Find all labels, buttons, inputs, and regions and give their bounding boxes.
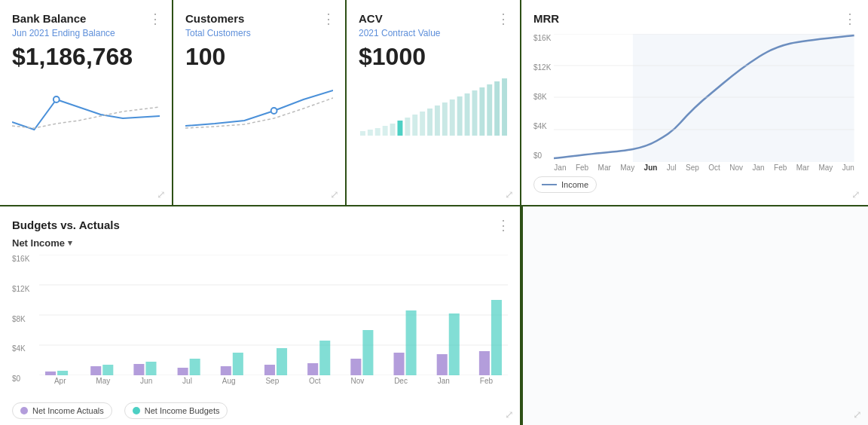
mrr-x-mar2: Mar	[796, 164, 809, 172]
mrr-x-jan2: Jan	[753, 164, 765, 172]
chevron-down-icon: ▾	[68, 238, 72, 248]
svg-rect-14	[450, 99, 455, 136]
svg-rect-9	[412, 115, 417, 136]
svg-rect-20	[494, 81, 500, 136]
acv-value: $1000	[359, 43, 508, 71]
mrr-x-oct: Oct	[708, 164, 720, 172]
mrr-legend-income-label: Income	[561, 180, 588, 189]
svg-rect-3	[368, 130, 373, 136]
svg-rect-13	[442, 102, 448, 136]
bank-balance-menu[interactable]: ⋮	[148, 11, 163, 27]
svg-rect-35	[90, 366, 101, 375]
svg-rect-7	[397, 121, 402, 136]
bank-balance-subtitle: Jun 2021 Ending Balance	[12, 28, 160, 38]
svg-rect-43	[264, 365, 275, 375]
budgets-metric-dropdown[interactable]: Net Income ▾	[12, 237, 508, 249]
svg-rect-52	[449, 313, 460, 375]
budgets-x-jan: Jan	[438, 377, 450, 385]
budgets-y-12k: $12K	[12, 285, 36, 293]
acv-card: ACV ⋮ 2021 Contract Value $1000	[347, 0, 520, 205]
svg-rect-45	[307, 363, 318, 375]
legend-budgets: Net Income Budgets	[124, 402, 228, 419]
mrr-bottom-spacer: ⤢	[521, 206, 868, 425]
mrr-bottom-expand-icon: ⤢	[853, 408, 862, 420]
acv-title: ACV	[359, 12, 508, 25]
budgets-y-8k: $8K	[12, 315, 36, 323]
budgets-y-0: $0	[12, 375, 36, 383]
mrr-legend-income: Income	[533, 176, 597, 193]
mrr-y-label-4k: $4K	[533, 122, 551, 130]
acv-chart	[359, 77, 508, 193]
budgets-metric-label: Net Income	[12, 237, 65, 249]
budgets-y-4k: $4K	[12, 344, 36, 353]
legend-actuals: Net Income Actuals	[12, 402, 112, 419]
svg-rect-4	[375, 128, 381, 136]
budgets-x-jul: Jul	[182, 377, 192, 385]
svg-rect-2	[360, 131, 365, 136]
svg-rect-44	[277, 348, 287, 375]
svg-rect-49	[394, 353, 405, 375]
budgets-x-jun: Jun	[140, 377, 152, 385]
budgets-menu[interactable]: ⋮	[497, 217, 511, 234]
budgets-dot	[133, 407, 140, 414]
customers-chart	[185, 77, 333, 193]
mrr-x-mar1: Mar	[598, 164, 611, 172]
bank-balance-title: Bank Balance	[12, 12, 160, 25]
mrr-x-nov: Nov	[729, 164, 743, 172]
svg-rect-46	[319, 341, 330, 375]
mrr-x-jun2: Jun	[842, 164, 854, 172]
mrr-x-may2: May	[818, 164, 833, 172]
budgets-legend: Net Income Actuals Net Income Budgets	[12, 402, 508, 419]
svg-rect-53	[479, 351, 490, 375]
legend-budgets-label: Net Income Budgets	[145, 406, 220, 415]
customers-menu[interactable]: ⋮	[322, 11, 336, 27]
svg-rect-6	[390, 124, 396, 136]
budgets-expand-icon: ⤢	[505, 408, 514, 420]
bank-balance-value: $1,186,768	[12, 43, 160, 71]
budgets-x-dec: Dec	[394, 377, 408, 385]
customers-expand-icon: ⤢	[330, 188, 339, 200]
svg-rect-15	[457, 96, 463, 136]
svg-rect-12	[435, 105, 440, 136]
mrr-x-may1: May	[620, 164, 634, 172]
svg-rect-37	[133, 364, 144, 375]
acv-menu[interactable]: ⋮	[497, 11, 511, 27]
budgets-y-16k: $16K	[12, 255, 36, 263]
legend-actuals-label: Net Income Actuals	[32, 406, 104, 415]
svg-rect-41	[221, 366, 231, 375]
mrr-menu[interactable]: ⋮	[843, 11, 857, 27]
customers-card: Customers ⋮ Total Customers 100 ⤢	[173, 0, 347, 205]
customers-subtitle: Total Customers	[185, 28, 333, 38]
customers-title: Customers	[185, 12, 333, 25]
acv-subtitle: 2021 Contract Value	[359, 28, 508, 38]
svg-rect-50	[406, 310, 417, 375]
budgets-x-sep: Sep	[265, 377, 279, 385]
bank-balance-chart	[12, 77, 160, 193]
svg-rect-19	[487, 84, 492, 136]
customers-value: 100	[185, 43, 333, 71]
svg-rect-22	[633, 34, 854, 162]
mrr-y-label-16k: $16K	[533, 34, 551, 42]
svg-rect-10	[420, 112, 425, 136]
svg-rect-48	[362, 330, 373, 375]
budgets-title: Budgets vs. Actuals	[12, 219, 508, 231]
budgets-x-may: May	[96, 377, 110, 385]
budgets-x-aug: Aug	[222, 377, 236, 385]
mrr-y-label-12k: $12K	[533, 63, 551, 72]
mrr-x-feb: Feb	[576, 164, 588, 172]
svg-rect-17	[472, 90, 477, 136]
acv-expand-icon: ⤢	[505, 188, 514, 200]
bank-balance-expand-icon: ⤢	[157, 188, 166, 200]
budgets-x-feb: Feb	[480, 377, 493, 385]
svg-rect-5	[383, 126, 388, 136]
budgets-x-apr: Apr	[54, 377, 66, 385]
svg-rect-47	[350, 359, 361, 375]
actuals-dot	[20, 407, 28, 414]
svg-rect-18	[479, 87, 484, 136]
svg-point-0	[53, 96, 60, 102]
budgets-x-nov: Nov	[350, 377, 364, 385]
mrr-y-label-8k: $8K	[533, 93, 551, 101]
mrr-y-label-0: $0	[533, 151, 551, 160]
svg-point-1	[271, 108, 277, 114]
svg-rect-36	[102, 365, 113, 375]
